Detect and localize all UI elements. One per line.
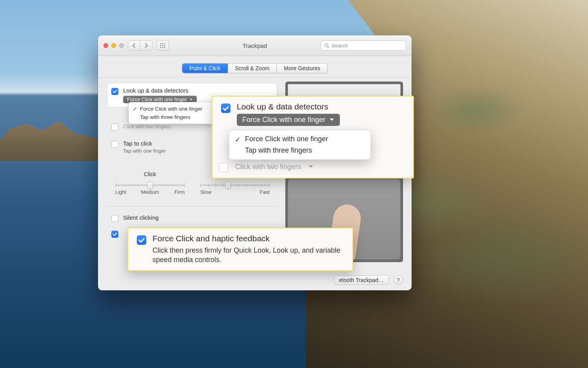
search-icon — [324, 43, 329, 48]
dropdown-lookup-menu[interactable]: Force Click with one finger Tap with thr… — [129, 102, 216, 124]
checkbox-lookup[interactable] — [111, 88, 118, 95]
show-all-button[interactable] — [156, 40, 169, 51]
slider-click-knob[interactable] — [147, 182, 153, 189]
close-button[interactable] — [103, 43, 108, 48]
forward-button[interactable] — [140, 41, 152, 50]
checkbox-force-click[interactable] — [111, 231, 118, 238]
tab-more-gestures[interactable]: More Gestures — [277, 64, 327, 73]
svg-point-2 — [164, 43, 165, 44]
dropdown-lookup-item-0[interactable]: Force Click with one finger — [129, 105, 215, 113]
slider-tracking-label-slow: Slow — [200, 189, 211, 195]
tabs-segment: Point & Click Scroll & Zoom More Gesture… — [182, 63, 328, 73]
svg-point-3 — [160, 45, 162, 46]
slider-tracking-label-fast: Fast — [260, 189, 270, 195]
minimize-button[interactable] — [111, 43, 116, 48]
svg-point-6 — [160, 47, 162, 48]
svg-point-4 — [162, 45, 163, 46]
callout-lookup-menu-1[interactable]: Tap with three fingers — [229, 145, 370, 156]
tabs-row: Point & Click Scroll & Zoom More Gesture… — [98, 56, 412, 78]
bluetooth-trackpad-button[interactable]: etooth Trackpad… — [334, 275, 389, 285]
option-tap-to-click-sub: Tap with one finger — [123, 148, 166, 154]
window-toolbar: Trackpad Search — [98, 35, 412, 56]
zoom-button[interactable] — [119, 43, 124, 48]
window-footer: etooth Trackpad… ? — [334, 275, 403, 285]
option-silent-clicking-title: Silent clicking — [123, 214, 159, 221]
callout-secondary-click-row: Click with two fingers — [219, 161, 405, 172]
chevron-down-icon — [308, 164, 314, 169]
dropdown-lookup-value: Force Click with one finger — [127, 97, 187, 102]
dropdown-lookup-item-1[interactable]: Tap with three fingers — [129, 113, 215, 121]
option-tap-to-click-content: Tap to click Tap with one finger — [123, 140, 166, 154]
callout-lookup-menu-0[interactable]: Force Click with one finger — [229, 133, 370, 145]
slider-click-label-firm: Firm — [162, 189, 185, 195]
slider-tracking-track[interactable] — [200, 184, 270, 186]
tab-point-click[interactable]: Point & Click — [182, 64, 228, 73]
checkbox-tap-to-click[interactable] — [111, 141, 118, 148]
option-tap-to-click-title: Tap to click — [123, 140, 166, 147]
callout-secondary-click-label: Click with two fingers — [235, 163, 301, 171]
slider-tracking-labels: Slow Fast — [200, 189, 270, 195]
callout-lookup-title: Look up & data detectors — [237, 102, 371, 111]
slider-click-labels: Light Medium Firm — [115, 189, 185, 195]
callout-lookup-dropdown[interactable]: Force Click with one finger — [237, 114, 340, 126]
nav-segment — [128, 40, 152, 51]
svg-point-1 — [162, 43, 163, 44]
callout-force-click-checkbox[interactable] — [137, 235, 146, 245]
checkbox-silent-clicking[interactable] — [111, 215, 118, 222]
back-button[interactable] — [128, 41, 140, 50]
window-title: Trackpad — [243, 42, 267, 49]
slider-tracking-knob[interactable] — [225, 182, 231, 189]
checkbox-secondary-click[interactable] — [111, 124, 118, 131]
chevron-down-icon — [329, 117, 334, 122]
slider-click[interactable]: Click Light Medium Firm — [115, 171, 185, 195]
search-placeholder: Search — [332, 43, 348, 49]
option-lookup-content: Look up & data detectors Force Click wit… — [123, 87, 197, 103]
callout-secondary-click-checkbox[interactable] — [219, 163, 228, 172]
callout-lookup-menu[interactable]: Force Click with one finger Tap with thr… — [229, 130, 371, 160]
svg-point-5 — [164, 45, 165, 46]
slider-click-track[interactable] — [115, 184, 185, 186]
callout-force-click-desc: Click then press firmly for Quick Look, … — [152, 246, 345, 265]
chevron-down-icon — [189, 98, 193, 101]
search-input[interactable]: Search — [321, 40, 406, 51]
callout-lookup-checkbox[interactable] — [221, 104, 230, 113]
wallpaper-island — [0, 114, 106, 161]
separator — [107, 206, 277, 206]
option-lookup-title: Look up & data detectors — [123, 87, 197, 94]
slider-click-label-medium: Medium — [138, 189, 162, 195]
svg-point-8 — [164, 47, 165, 48]
option-silent-clicking[interactable]: Silent clicking — [107, 210, 277, 226]
callout-force-click: Force Click and haptic feedback Click th… — [127, 228, 353, 271]
svg-point-0 — [160, 43, 162, 44]
callout-lookup: Look up & data detectors Force Click wit… — [212, 96, 414, 179]
svg-point-9 — [325, 44, 328, 47]
option-secondary-click-sub: Click with two fingers — [123, 124, 171, 129]
slider-click-title: Click — [115, 171, 185, 177]
svg-point-7 — [162, 47, 163, 48]
tab-scroll-zoom[interactable]: Scroll & Zoom — [228, 64, 277, 73]
help-button[interactable]: ? — [394, 275, 403, 285]
slider-click-label-light: Light — [115, 189, 138, 195]
callout-force-click-title: Force Click and haptic feedback — [152, 234, 345, 243]
callout-lookup-dd-value: Force Click with one finger — [242, 116, 325, 124]
traffic-lights — [103, 43, 124, 48]
